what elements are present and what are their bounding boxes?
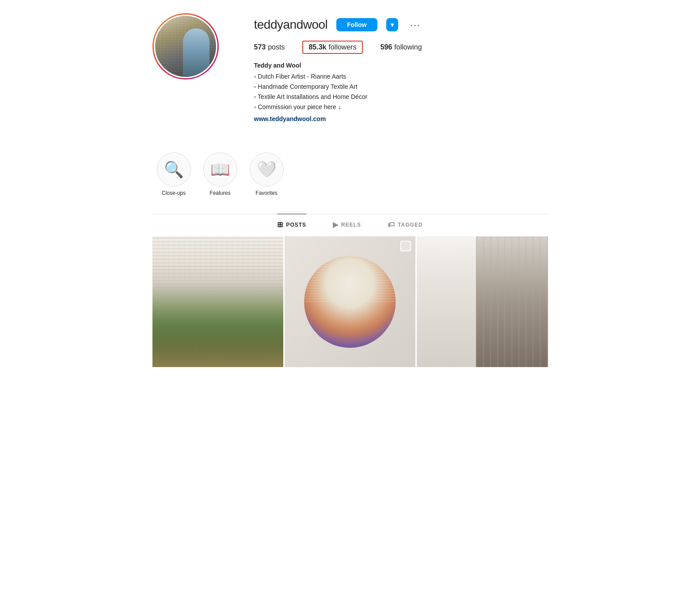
post-circle-art [304,256,396,347]
post-item-3[interactable] [417,236,548,367]
bio-line-1: ▫ Dutch Fiber Artist - Rianne Aarts [254,72,548,81]
tab-reels[interactable]: ▶ REELS [333,214,361,235]
posts-grid [152,236,548,367]
chevron-down-icon: ▾ [391,21,394,28]
posts-stat[interactable]: 573 posts [254,43,285,51]
following-label: following [394,43,422,51]
following-count: 596 [380,43,392,51]
search-icon: 🔍 [164,162,184,178]
posts-count: 573 [254,43,266,51]
profile-container: teddyandwool Follow ▾ ··· 573 posts 85.3… [144,0,557,367]
heart-icon: 🤍 [257,162,277,178]
tabs-row: ⊞ POSTS ▶ REELS 🏷 TAGGED [152,214,548,235]
username: teddyandwool [254,18,328,32]
avatar [155,16,216,77]
highlight-closeups[interactable]: 🔍 Close-ups [157,152,191,196]
profile-header: teddyandwool Follow ▾ ··· 573 posts 85.3… [152,13,548,124]
more-options-button[interactable]: ··· [407,18,424,32]
following-stat[interactable]: 596 following [380,43,422,51]
reels-icon: ▶ [333,220,339,229]
highlight-label-features: Features [209,190,230,196]
post-item-1[interactable] [152,236,283,367]
bio-line-4: ▫ Commission your piece here ↓ [254,102,548,112]
avatar-inner [154,15,217,78]
tab-posts-label: POSTS [286,222,306,228]
highlight-favorites[interactable]: 🤍 Favorites [250,152,284,196]
tab-tagged-label: TAGGED [398,222,422,228]
highlight-circle-closeups: 🔍 [157,152,191,186]
followers-stat[interactable]: 85.3k followers [302,41,362,54]
stats-row: 573 posts 85.3k followers 596 following [254,41,548,54]
avatar-wrapper[interactable] [152,13,219,80]
profile-top-row: teddyandwool Follow ▾ ··· [254,18,548,32]
highlight-circle-favorites: 🤍 [250,152,284,186]
bio-line-3: ▫ Textile Art Installations and Home Déc… [254,92,548,102]
tab-reels-label: REELS [341,222,361,228]
book-icon: 📖 [210,162,230,178]
highlight-circle-features: 📖 [203,152,237,186]
post-furniture-detail [152,322,283,368]
followers-count: 85.3k [308,43,326,51]
profile-info: teddyandwool Follow ▾ ··· 573 posts 85.3… [254,13,548,124]
avatar-person-figure [183,28,209,77]
bio-line-2: ▫ Handmade Contemporary Textile Art [254,82,548,91]
posts-label: posts [268,43,285,51]
bio-website-link[interactable]: www.teddyandwool.com [254,114,326,124]
tag-icon: 🏷 [388,221,395,229]
bio-section: Teddy and Wool ▫ Dutch Fiber Artist - Ri… [254,61,548,124]
highlights-section: 🔍 Close-ups 📖 Features 🤍 Favorites [157,144,548,209]
tab-posts[interactable]: ⊞ POSTS [277,214,306,235]
followers-label: followers [329,43,357,51]
follow-button[interactable]: Follow [336,18,377,31]
dropdown-button[interactable]: ▾ [386,18,398,31]
highlight-label-favorites: Favorites [255,190,277,196]
grid-icon: ⊞ [277,220,283,229]
multiple-images-icon [400,241,411,251]
highlight-label-closeups: Close-ups [162,190,186,196]
bio-name: Teddy and Wool [254,61,548,70]
tab-tagged[interactable]: 🏷 TAGGED [388,214,422,235]
highlight-features[interactable]: 📖 Features [203,152,237,196]
post-item-2[interactable] [285,236,415,367]
